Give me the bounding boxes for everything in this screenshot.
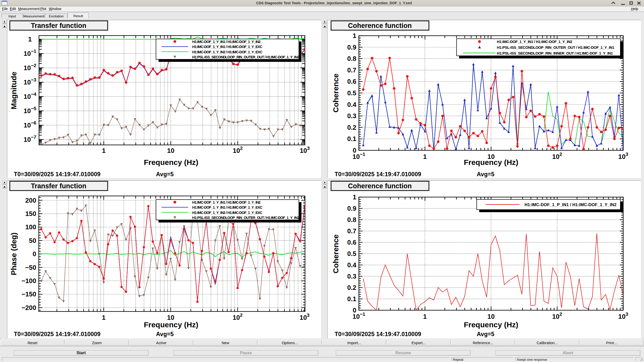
svg-text:103: 103 xyxy=(618,311,628,320)
svg-text:Frequency (Hz): Frequency (Hz) xyxy=(464,321,518,329)
svg-text:T0=30/09/2025 14:19:47.010009: T0=30/09/2025 14:19:47.010009 xyxy=(14,171,100,177)
svg-text:Coherence: Coherence xyxy=(332,234,340,273)
svg-text:0: 0 xyxy=(33,250,36,258)
svg-text:T0=30/09/2025 14:19:47.010009: T0=30/09/2025 14:19:47.010009 xyxy=(14,331,100,337)
svg-text:10: 10 xyxy=(488,313,495,320)
svg-text:0.8: 0.8 xyxy=(347,216,356,223)
svg-text:150: 150 xyxy=(25,210,36,217)
svg-text:10−4: 10−4 xyxy=(24,92,36,100)
svg-text:0.6: 0.6 xyxy=(347,239,356,246)
svg-text:0: 0 xyxy=(353,147,356,154)
svg-text:10: 10 xyxy=(167,147,174,154)
svg-text:1: 1 xyxy=(102,314,105,321)
svg-text:H1:IMC-DOF_1_P_IN1 / H1:IMC-DO: H1:IMC-DOF_1_P_IN1 / H1:IMC-DOF_1_Y_IN2 xyxy=(525,202,617,207)
svg-text:10−1: 10−1 xyxy=(24,49,36,57)
svg-text:50: 50 xyxy=(29,237,36,244)
svg-text:H1:PSL-ISS_SECONDLOOP_RIN_OUTE: H1:PSL-ISS_SECONDLOOP_RIN_OUTER_OUT / H1… xyxy=(192,55,299,59)
svg-text:0.9: 0.9 xyxy=(347,43,356,51)
svg-text:103: 103 xyxy=(300,312,310,321)
svg-text:Avg=5: Avg=5 xyxy=(477,331,494,337)
svg-text:103: 103 xyxy=(618,152,628,160)
svg-text:Avg=5: Avg=5 xyxy=(156,171,174,177)
svg-text:0.3: 0.3 xyxy=(347,112,356,120)
svg-text:Coherence: Coherence xyxy=(332,73,340,112)
svg-text:Frequency (Hz): Frequency (Hz) xyxy=(144,321,198,329)
svg-text:0.9: 0.9 xyxy=(347,205,356,212)
svg-text:102: 102 xyxy=(552,311,562,320)
svg-text:H1:IMC-DOF_1_Y_IN1 / H1:IMC-DO: H1:IMC-DOF_1_Y_IN1 / H1:IMC-DOF_1_Y_IN2 xyxy=(192,200,261,204)
svg-text:10−2: 10−2 xyxy=(24,63,36,72)
svg-text:102: 102 xyxy=(552,152,562,160)
svg-text:0: 0 xyxy=(353,306,356,314)
svg-text:0.5: 0.5 xyxy=(347,89,356,97)
svg-text:Transfer function: Transfer function xyxy=(31,22,87,29)
svg-text:100: 100 xyxy=(25,223,36,231)
svg-text:H1:IMC-DOF_1_Y_IN1 / H1:IMC-DO: H1:IMC-DOF_1_Y_IN1 / H1:IMC-DOF_1_Y_IN2 xyxy=(497,39,572,44)
svg-text:Phase (deg): Phase (deg) xyxy=(10,233,18,275)
svg-text:0.6: 0.6 xyxy=(347,78,356,85)
svg-text:10: 10 xyxy=(167,314,174,321)
svg-text:Transfer function: Transfer function xyxy=(31,182,87,190)
svg-text:Avg=5: Avg=5 xyxy=(156,331,174,337)
svg-text:H1:PSL-ISS_SECONDLOOP_RIN_INNE: H1:PSL-ISS_SECONDLOOP_RIN_INNER_OUT / H1… xyxy=(497,51,613,55)
svg-text:Magnitude: Magnitude xyxy=(10,72,18,109)
svg-text:H1:IMC-DOF_1_Y_IN2 / H1:IMC-DO: H1:IMC-DOF_1_Y_IN2 / H1:IMC-DOF_1_Y_EXC xyxy=(192,50,263,54)
svg-text:10−7: 10−7 xyxy=(24,134,36,143)
svg-text:1: 1 xyxy=(102,147,105,154)
svg-text:−200: −200 xyxy=(21,304,36,311)
svg-text:1: 1 xyxy=(353,32,356,39)
svg-text:10−5: 10−5 xyxy=(24,106,36,115)
svg-text:Frequency (Hz): Frequency (Hz) xyxy=(144,158,198,166)
svg-text:1: 1 xyxy=(28,35,32,43)
svg-text:0.8: 0.8 xyxy=(347,55,356,62)
svg-text:1: 1 xyxy=(423,313,427,320)
svg-text:−50: −50 xyxy=(25,264,36,271)
svg-text:H1:IMC-DOF_1_Y_IN1 / H1:IMC-DO: H1:IMC-DOF_1_Y_IN1 / H1:IMC-DOF_1_Y_EXC xyxy=(192,205,263,209)
svg-text:H1:IMC-DOF_1_Y_IN2 / H1:IMC-DO: H1:IMC-DOF_1_Y_IN2 / H1:IMC-DOF_1_Y_EXC xyxy=(192,211,263,215)
svg-text:0.3: 0.3 xyxy=(347,273,356,280)
svg-text:1: 1 xyxy=(423,153,427,160)
svg-text:H1:PSL-ISS_SECONDLOOP_RIN_OUTE: H1:PSL-ISS_SECONDLOOP_RIN_OUTER_OUT / H1… xyxy=(192,216,299,220)
svg-text:0.7: 0.7 xyxy=(347,66,356,74)
svg-text:0.5: 0.5 xyxy=(347,250,356,257)
svg-text:H1:PSL-ISS_SECONDLOOP_RIN_OUTE: H1:PSL-ISS_SECONDLOOP_RIN_OUTER_OUT / H1… xyxy=(497,45,614,50)
svg-text:200: 200 xyxy=(25,197,36,204)
svg-text:0.2: 0.2 xyxy=(347,284,356,291)
svg-text:Coherence function: Coherence function xyxy=(348,182,412,190)
svg-text:0.4: 0.4 xyxy=(347,101,356,108)
svg-text:−150: −150 xyxy=(21,290,36,298)
svg-text:102: 102 xyxy=(233,146,243,154)
svg-text:T0=30/09/2025 14:19:47.010009: T0=30/09/2025 14:19:47.010009 xyxy=(335,171,421,177)
svg-text:1: 1 xyxy=(353,193,356,201)
svg-text:H1:IMC-DOF_1_Y_IN1 / H1:IMC-DO: H1:IMC-DOF_1_Y_IN1 / H1:IMC-DOF_1_Y_EXC xyxy=(192,45,263,49)
svg-text:10−6: 10−6 xyxy=(24,120,36,129)
svg-text:H1:IMC-DOF_1_Y_IN1 / H1:IMC-DO: H1:IMC-DOF_1_Y_IN1 / H1:IMC-DOF_1_Y_IN2 xyxy=(192,40,261,44)
svg-text:102: 102 xyxy=(233,312,243,321)
svg-text:0.2: 0.2 xyxy=(347,124,356,131)
svg-text:T0=30/09/2025 14:19:47.010009: T0=30/09/2025 14:19:47.010009 xyxy=(335,331,421,337)
svg-text:0.1: 0.1 xyxy=(347,295,356,303)
svg-text:−100: −100 xyxy=(21,277,36,285)
svg-text:Frequency (Hz): Frequency (Hz) xyxy=(464,158,518,166)
svg-text:0.1: 0.1 xyxy=(347,135,356,143)
svg-text:Avg=5: Avg=5 xyxy=(477,171,494,177)
svg-text:Coherence function: Coherence function xyxy=(348,22,412,29)
svg-text:0.7: 0.7 xyxy=(347,227,356,235)
svg-text:103: 103 xyxy=(300,146,310,154)
svg-text:0.4: 0.4 xyxy=(347,261,356,269)
svg-text:10−3: 10−3 xyxy=(24,77,36,86)
